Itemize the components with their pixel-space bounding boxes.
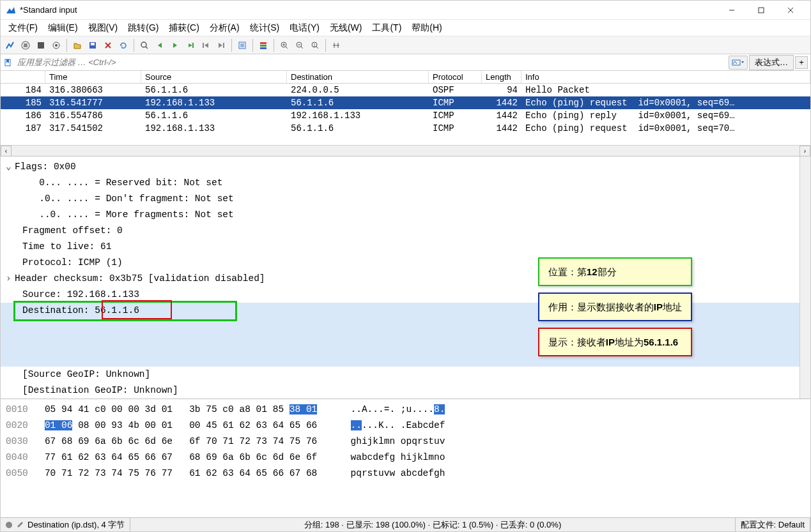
col-header-no[interactable] [1,71,45,83]
expand-icon[interactable]: › [6,271,15,287]
fragment-offset[interactable]: Fragment offset: 0 [22,225,123,236]
hex-row[interactable]: 0040 77 61 62 63 64 65 66 67 68 69 6a 6b… [6,450,805,466]
zoom-out-icon[interactable] [293,38,307,52]
svg-line-31 [301,47,303,49]
go-forward-icon[interactable] [168,38,182,52]
menu-help[interactable]: 帮助(H) [408,21,445,35]
reload-icon[interactable] [116,38,130,52]
minimize-button[interactable] [717,1,746,20]
src-geoip-field[interactable]: [Source GeoIP: Unknown] [22,369,150,379]
svg-rect-23 [260,45,266,47]
zoom-in-icon[interactable] [277,38,291,52]
destination-label: Destination: [22,305,95,315]
restart-capture-icon[interactable] [34,38,48,52]
col-header-protocol[interactable]: Protocol [429,71,482,83]
zoom-reset-icon[interactable]: 1 [308,38,322,52]
menu-view[interactable]: 视图(V) [84,21,122,35]
toolbar: 1 [1,36,810,54]
details-scrollbar[interactable] [799,156,810,399]
menu-telephony[interactable]: 电话(Y) [286,21,323,35]
status-profile[interactable]: 配置文件: Default [736,518,810,531]
menu-statistics[interactable]: 统计(S) [246,21,284,35]
open-file-icon[interactable] [70,38,84,52]
go-last-icon[interactable] [214,38,228,52]
wireshark-icon [6,5,16,15]
col-header-length[interactable]: Length [482,71,521,83]
close-button[interactable] [776,1,805,20]
svg-point-8 [55,44,58,47]
colorize-icon[interactable] [256,38,270,52]
packet-list-pane: Time Source Destination Protocol Length … [1,71,810,156]
svg-text:1: 1 [313,43,316,47]
menu-capture[interactable]: 捕获(C) [165,21,203,35]
bookmark-filter-icon[interactable] [1,56,15,69]
status-field-text: Destination (ip.dst), 4 字节 [27,519,125,531]
filter-dropdown-icon[interactable] [729,56,748,70]
col-header-source[interactable]: Source [141,71,287,83]
packet-row[interactable]: 185316.541777192.168.1.13356.1.1.6ICMP14… [1,96,810,109]
source-ip-field[interactable]: Source: 192.168.1.133 [22,289,139,300]
hex-row[interactable]: 0030 67 68 69 6a 6b 6c 6d 6e 6f 70 71 72… [6,434,805,450]
svg-rect-5 [24,43,27,47]
menu-file[interactable]: 文件(F) [4,21,42,35]
col-header-destination[interactable]: Destination [287,71,429,83]
expression-button[interactable]: 表达式… [749,55,794,70]
save-icon[interactable] [86,38,100,52]
dst-geoip-field[interactable]: [Destination GeoIP: Unknown] [22,385,178,395]
flag-reserved[interactable]: 0... .... = Reserved bit: Not set [39,178,222,188]
collapse-icon[interactable]: ⌄ [6,159,15,175]
hex-row[interactable]: 0020 01 06 08 00 93 4b 00 01 00 45 61 62… [6,418,805,434]
statusbar: Destination (ip.dst), 4 字节 分组: 198 · 已显示… [1,517,810,531]
ttl-field[interactable]: Time to live: 61 [22,241,111,252]
annotation-callouts: 位置：第12部分 作用：显示数据接收者的IP地址 显示：接收者IP地址为56.1… [538,257,692,356]
autoscroll-icon[interactable] [235,38,249,52]
close-file-icon[interactable] [101,38,115,52]
packet-row[interactable]: 186316.55478656.1.1.6192.168.1.133ICMP14… [1,109,810,122]
scroll-right-icon[interactable]: › [799,146,810,156]
menu-analyze[interactable]: 分析(A) [206,21,243,35]
flags-field[interactable]: Flags: 0x00 [15,162,76,172]
menu-edit[interactable]: 编辑(E) [44,21,82,35]
packet-bytes-pane[interactable]: 0010 05 94 41 c0 00 00 3d 01 3b 75 c0 a8… [1,399,810,517]
packet-row[interactable]: 187317.541502192.168.1.13356.1.1.6ICMP14… [1,122,810,135]
expand-icon[interactable]: › [6,399,15,399]
menu-wireless[interactable]: 无线(W) [326,21,366,35]
hex-row[interactable]: 0010 05 94 41 c0 00 00 3d 01 3b 75 c0 a8… [6,402,805,418]
menu-tools[interactable]: 工具(T) [368,21,405,35]
display-filter-input[interactable] [15,56,726,70]
packet-row[interactable]: 184316.38066356.1.1.6224.0.0.5OSPF94Hell… [1,84,810,96]
status-stats: 分组: 198 · 已显示: 198 (100.0%) · 已标记: 1 (0.… [130,518,735,531]
go-back-icon[interactable] [153,38,167,52]
maximize-button[interactable] [746,1,776,20]
go-to-packet-icon[interactable] [183,38,197,52]
annotation-display: 显示：接收者IP地址为56.1.1.6 [538,328,692,356]
resize-columns-icon[interactable] [329,38,343,52]
annotation-purpose: 作用：显示数据接收者的IP地址 [538,293,692,321]
svg-line-34 [316,47,318,49]
go-first-icon[interactable] [199,38,213,52]
flag-df[interactable]: .0.. .... = Don't fragment: Not set [39,194,234,204]
capture-options-icon[interactable] [49,38,63,52]
start-capture-icon[interactable] [3,38,17,52]
col-header-time[interactable]: Time [45,71,141,83]
checksum-field[interactable]: Header checksum: 0x3b75 [validation disa… [15,273,265,284]
window-controls [717,1,805,20]
protocol-field[interactable]: Protocol: ICMP (1) [22,257,123,268]
horizontal-scrollbar[interactable]: ‹ › [1,145,810,156]
flag-mf[interactable]: ..0. .... = More fragments: Not set [39,209,234,220]
scroll-left-icon[interactable]: ‹ [1,146,12,156]
packet-list-body[interactable]: 184316.38066356.1.1.6224.0.0.5OSPF94Hell… [1,84,810,145]
add-filter-button[interactable]: + [795,56,808,69]
find-icon[interactable] [137,38,151,52]
col-header-info[interactable]: Info [521,71,810,83]
svg-rect-6 [38,42,44,49]
svg-point-13 [141,42,146,47]
hex-row[interactable]: 0050 70 71 72 73 74 75 76 77 61 62 63 64… [6,466,805,482]
destination-value: 56.1.1.6 [95,305,139,315]
stop-capture-icon[interactable] [19,38,33,52]
packet-details-pane[interactable]: ⌄Flags: 0x00 0... .... = Reserved bit: N… [1,156,810,399]
status-indicator[interactable]: Destination (ip.dst), 4 字节 [1,518,130,531]
svg-rect-1 [759,8,764,13]
menu-go[interactable]: 跳转(G) [124,21,162,35]
filter-bar: 表达式… + [1,54,810,71]
